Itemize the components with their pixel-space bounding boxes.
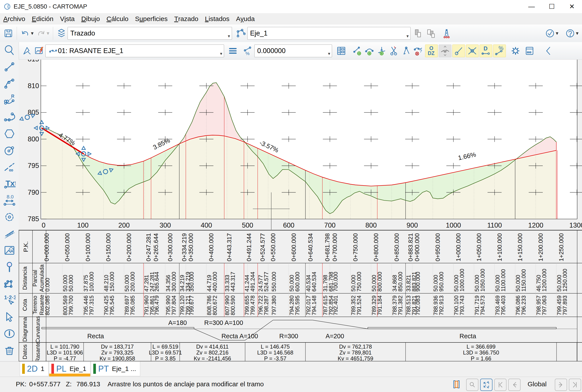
- vertex-polygon-tool-button[interactable]: [0, 275, 19, 292]
- nav-last-button[interactable]: [569, 379, 581, 391]
- validate-button[interactable]: [544, 27, 556, 40]
- table-cell: Rasante: [35, 342, 41, 361]
- minimize-button[interactable]: —: [521, 0, 542, 13]
- vertex-move-button[interactable]: [439, 44, 451, 57]
- circle-tool-button[interactable]: [0, 142, 19, 159]
- curvature-label: A=200: [326, 332, 344, 340]
- menu-item-ayuda[interactable]: Ayuda: [233, 13, 258, 24]
- table-cell: 0+883.821: [407, 233, 414, 261]
- menu-item-edición[interactable]: Edición: [29, 13, 57, 24]
- arrange-windows-icon[interactable]: [413, 27, 425, 40]
- zoom-tool-button[interactable]: [0, 42, 19, 59]
- menu-item-cálculo[interactable]: Cálculo: [103, 13, 132, 24]
- cascade-windows-icon[interactable]: [425, 27, 437, 40]
- dz-mode-button[interactable]: ODZ: [425, 44, 438, 57]
- datos-cell-line: Kv = 1900,858: [100, 356, 135, 361]
- table-cell: 0+750.000: [352, 233, 359, 261]
- rasante-list-button[interactable]: [227, 45, 239, 57]
- table-cell: 41.244: [244, 275, 250, 292]
- slope-combobox-arrow[interactable]: ▼: [327, 52, 331, 56]
- calculator-panel-button[interactable]: [523, 45, 536, 57]
- validate-dropdown[interactable]: ▼: [555, 31, 559, 36]
- slope-hatch-tool-button[interactable]: [0, 226, 19, 242]
- add-tangent-point-button[interactable]: [376, 45, 388, 57]
- undo-dropdown[interactable]: ▼: [30, 31, 35, 36]
- zoom-search-button[interactable]: [466, 379, 478, 391]
- slope-edit-button[interactable]: %: [493, 44, 506, 57]
- maximize-button[interactable]: ☐: [542, 0, 562, 13]
- image-tool-button[interactable]: [0, 242, 19, 259]
- trash-tool-button[interactable]: [0, 342, 19, 359]
- slope-combobox[interactable]: 0.000000 ▼: [254, 44, 332, 57]
- table-cell: 46.750: [535, 275, 542, 292]
- menu-item-archivo[interactable]: Archivo: [0, 13, 29, 24]
- svg-text:DZ: DZ: [428, 50, 435, 56]
- info-tool-button[interactable]: [0, 325, 19, 342]
- polygon-tool-button[interactable]: [0, 126, 19, 142]
- redo-dropdown[interactable]: ▼: [46, 31, 50, 36]
- menu-item-trazado[interactable]: Trazado: [171, 13, 202, 24]
- numbering-123-tool-button[interactable]: 1·2·3: [0, 292, 19, 309]
- undo-button[interactable]: [19, 27, 31, 40]
- layer-combobox[interactable]: Trazado ▼: [68, 27, 232, 40]
- collapse-toolbar-button[interactable]: [542, 45, 554, 57]
- layers-icon[interactable]: [55, 27, 68, 40]
- help-dropdown[interactable]: ▼: [575, 31, 579, 36]
- datos-cell-line: L = 366.699: [467, 344, 495, 350]
- text-tool-button[interactable]: Txt: [0, 176, 19, 192]
- nav-next-button[interactable]: [555, 379, 567, 391]
- pin-tool-button[interactable]: [0, 259, 19, 275]
- status-mode[interactable]: Global: [527, 380, 547, 388]
- help-button[interactable]: [564, 27, 576, 40]
- road-view-icon[interactable]: [440, 27, 453, 40]
- nav-first-button[interactable]: [494, 379, 506, 391]
- layer-combobox-arrow[interactable]: ▼: [227, 34, 231, 38]
- datos-cell-line: L3D = 146.568: [257, 350, 294, 356]
- draft-tools-button[interactable]: [21, 45, 33, 57]
- close-button[interactable]: ✕: [562, 0, 582, 13]
- save-button[interactable]: [2, 27, 15, 40]
- book-pages-icon[interactable]: [450, 378, 463, 390]
- add-segment-button[interactable]: [351, 45, 363, 57]
- zoom-fit-button[interactable]: [480, 379, 492, 391]
- arc-tool-button[interactable]: [0, 76, 19, 92]
- svg-text:∞: ∞: [9, 166, 13, 173]
- infinite-line-tool-button[interactable]: ∞: [0, 159, 19, 176]
- profile-data-form-button[interactable]: [335, 45, 347, 57]
- arc-s-tool-button[interactable]: [0, 109, 19, 126]
- measure-compass-button[interactable]: [400, 45, 412, 57]
- svg-text:Txt: Txt: [6, 179, 16, 188]
- rasante-combobox[interactable]: 01: RASANTE EJE_1 ▼: [46, 44, 224, 57]
- numbering-123-icon: 1·2·3: [3, 294, 16, 306]
- tab-pl-eje_1[interactable]: PLEje_1: [49, 362, 90, 376]
- segment-tool-button[interactable]: [0, 59, 19, 76]
- rasante-combobox-arrow[interactable]: ▼: [219, 52, 223, 56]
- menu-item-listados[interactable]: Listados: [202, 13, 233, 24]
- distance-edit-button[interactable]: D: [479, 44, 492, 57]
- menu-item-vista[interactable]: Vista: [57, 13, 78, 24]
- redo-button[interactable]: [35, 27, 47, 40]
- axis-combobox-arrow[interactable]: ▼: [406, 34, 410, 38]
- arc-r-tool-button[interactable]: R: [0, 92, 19, 109]
- cut-segment-button[interactable]: [388, 45, 400, 57]
- spline-tool-button[interactable]: [0, 209, 19, 226]
- table-cell: 750.000: [356, 272, 362, 292]
- tangent-edit-button[interactable]: [452, 44, 465, 57]
- add-curve-button[interactable]: [363, 45, 376, 57]
- menu-bar: ArchivoEdiciónVistaDibujoCálculoSuperfic…: [0, 13, 582, 25]
- axis-combobox[interactable]: Eje_1 ▼: [247, 27, 411, 40]
- settings-gear-button[interactable]: [509, 45, 522, 57]
- quick-profile-button[interactable]: [33, 45, 46, 57]
- intersection-button[interactable]: [466, 44, 479, 57]
- table-cell: 799.655: [244, 296, 250, 315]
- tab-2d-1[interactable]: 2D1: [20, 362, 49, 376]
- table-cell: 808.786: [206, 296, 212, 315]
- menu-item-superficies[interactable]: Superficies: [132, 13, 171, 24]
- dimension-tool-button[interactable]: 8.0: [0, 192, 19, 209]
- delete-vertex-button[interactable]: ?: [412, 45, 425, 57]
- select-tool-button[interactable]: [0, 309, 19, 325]
- profile-view[interactable]: 7857907958008058108150100200300400500600…: [19, 60, 582, 361]
- tab-pt-eje_1[interactable]: PTEje_1 ...: [91, 362, 140, 376]
- nav-prev-button[interactable]: [508, 379, 520, 391]
- menu-item-dibujo[interactable]: Dibujo: [78, 13, 103, 24]
